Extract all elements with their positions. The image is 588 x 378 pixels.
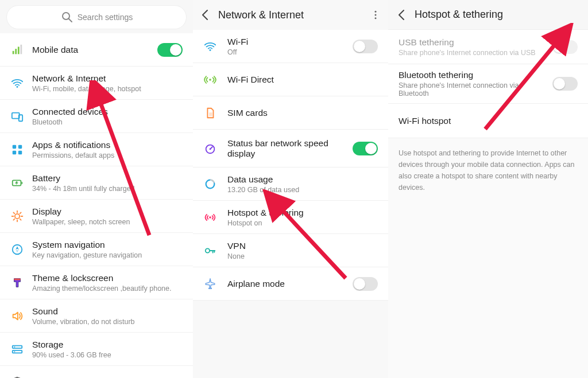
back-icon[interactable] xyxy=(395,8,409,22)
tether-row-2[interactable]: Wi-Fi hotspot xyxy=(388,104,588,138)
security-icon xyxy=(10,376,24,378)
row-title: Apps & notifications xyxy=(32,140,183,150)
row-title: Storage xyxy=(32,340,183,350)
svg-rect-14 xyxy=(21,182,22,184)
row-title: Status bar network speed display xyxy=(227,138,342,159)
wifi-icon xyxy=(203,40,217,53)
svg-rect-4 xyxy=(18,46,20,54)
svg-point-36 xyxy=(210,49,211,50)
svg-line-20 xyxy=(13,219,14,220)
row-subtitle: Share phone's Internet connection via Bl… xyxy=(399,81,544,98)
wifi-icon xyxy=(10,76,24,90)
toggle-signal[interactable] xyxy=(157,43,183,57)
row-title: Sound xyxy=(32,306,183,317)
settings-row-theme[interactable]: Theme & lockscreenAmazing theme/lockscre… xyxy=(0,266,193,299)
svg-point-43 xyxy=(209,216,211,219)
toggle-tether-0 xyxy=(552,40,578,54)
svg-point-32 xyxy=(14,351,16,352)
row-subtitle: Off xyxy=(227,48,342,56)
network-row-speed[interactable]: Status bar network speed display xyxy=(193,130,388,167)
network-row-wifidirect[interactable]: Wi-Fi Direct xyxy=(193,63,388,96)
toggle-speed[interactable] xyxy=(353,142,378,155)
settings-row-storage[interactable]: Storage90% used - 3.06 GB free xyxy=(0,333,193,366)
airplane-icon xyxy=(203,277,217,291)
settings-row-security[interactable]: Security & location xyxy=(0,366,193,378)
settings-row-sound[interactable]: SoundVolume, vibration, do not disturb xyxy=(0,299,193,333)
row-title: Hotspot & tethering xyxy=(227,208,378,218)
svg-rect-2 xyxy=(13,50,14,54)
network-row-hotspot[interactable]: Hotspot & tetheringHotspot on xyxy=(193,201,388,234)
svg-rect-29 xyxy=(13,345,22,348)
row-subtitle: Amazing theme/lockscreen ,beautify phone… xyxy=(32,285,183,293)
svg-point-0 xyxy=(63,13,69,20)
row-title: SIM cards xyxy=(227,108,378,118)
svg-rect-38 xyxy=(209,112,212,116)
settings-row-apps[interactable]: Apps & notificationsPermissions, default… xyxy=(0,133,193,166)
row-title: VPN xyxy=(227,241,378,251)
svg-rect-30 xyxy=(13,350,22,353)
network-row-airplane[interactable]: Airplane mode xyxy=(193,267,388,301)
svg-point-16 xyxy=(15,213,20,218)
search-icon xyxy=(60,10,74,24)
network-row-vpn[interactable]: VPNNone xyxy=(193,234,388,267)
hotspot-tethering-pane: Hotspot & tethering USB tetheringShare p… xyxy=(388,0,588,378)
row-subtitle: 90% used - 3.06 GB free xyxy=(32,351,183,359)
settings-row-signal[interactable]: Mobile data xyxy=(0,33,193,67)
row-subtitle: 34% - 4h 18m until fully charged xyxy=(32,185,183,193)
row-title: Airplane mode xyxy=(227,279,342,289)
page-title: Hotspot & tethering xyxy=(415,9,581,21)
svg-point-6 xyxy=(17,85,18,87)
svg-line-1 xyxy=(69,19,72,22)
network-row-datausage[interactable]: Data usage13.20 GB of data used xyxy=(193,167,388,201)
svg-point-34 xyxy=(375,14,377,16)
row-subtitle: Wi-Fi, mobile, data usage, hotspot xyxy=(32,85,183,93)
row-title: Bluetooth tethering xyxy=(399,70,544,80)
settings-row-wifi[interactable]: Network & InternetWi-Fi, mobile, data us… xyxy=(0,67,193,100)
row-subtitle: Permissions, default apps xyxy=(32,151,183,159)
network-row-wifi[interactable]: Wi-FiOff xyxy=(193,30,388,63)
storage-icon xyxy=(10,342,24,356)
row-title: Display xyxy=(32,206,183,217)
row-title: Wi-Fi xyxy=(227,37,342,47)
svg-line-18 xyxy=(20,219,21,220)
row-subtitle: Bluetooth xyxy=(32,118,183,126)
toggle-tether-1[interactable] xyxy=(552,77,578,91)
svg-marker-27 xyxy=(16,250,19,253)
row-subtitle: Wallpaper, sleep, notch screen xyxy=(32,218,183,226)
hotspot-icon xyxy=(203,211,217,224)
svg-line-24 xyxy=(20,212,21,213)
wifidirect-icon xyxy=(203,73,217,87)
toggle-wifi[interactable] xyxy=(353,40,378,53)
svg-rect-9 xyxy=(13,145,16,148)
settings-row-battery[interactable]: Battery34% - 4h 18m until fully charged xyxy=(0,166,193,200)
settings-row-devices[interactable]: Connected devicesBluetooth xyxy=(0,100,193,133)
svg-marker-26 xyxy=(16,246,19,250)
network-row-sim[interactable]: SIM cards xyxy=(193,96,388,130)
toggle-airplane[interactable] xyxy=(353,277,378,291)
svg-rect-28 xyxy=(14,278,21,280)
overflow-menu-icon[interactable] xyxy=(369,8,382,22)
settings-row-nav[interactable]: System navigationKey navigation, gesture… xyxy=(0,233,193,266)
search-input[interactable]: Search settings xyxy=(7,6,186,29)
search-placeholder: Search settings xyxy=(78,13,133,22)
row-subtitle: Hotspot on xyxy=(227,219,378,227)
svg-rect-7 xyxy=(12,112,20,118)
row-title: Network & Internet xyxy=(32,73,183,84)
devices-icon xyxy=(10,110,24,123)
theme-icon xyxy=(10,276,24,290)
battery-icon xyxy=(10,176,24,190)
display-icon xyxy=(10,209,24,223)
tether-row-1[interactable]: Bluetooth tetheringShare phone's Interne… xyxy=(388,64,588,104)
svg-rect-12 xyxy=(18,150,22,154)
row-subtitle: Share phone's Internet connection via US… xyxy=(399,49,544,57)
row-title: Wi-Fi hotspot xyxy=(399,116,578,126)
svg-point-41 xyxy=(210,148,211,150)
row-title: USB tethering xyxy=(399,37,544,48)
svg-marker-15 xyxy=(15,181,18,185)
row-subtitle: Key navigation, gesture navigation xyxy=(32,251,183,259)
back-icon[interactable] xyxy=(199,8,212,22)
svg-line-22 xyxy=(13,212,14,213)
svg-point-37 xyxy=(209,79,211,81)
settings-row-display[interactable]: DisplayWallpaper, sleep, notch screen xyxy=(0,200,193,233)
row-title: System navigation xyxy=(32,240,183,250)
